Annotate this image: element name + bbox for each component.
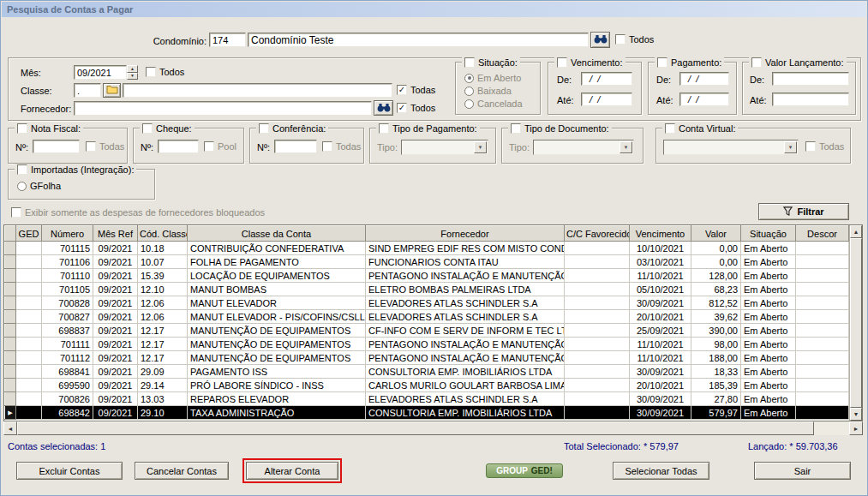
vertical-scroll-thumb[interactable] (850, 238, 862, 408)
grid-cell[interactable]: CONSULTORIA EMP. IMOBILIÁRIOS LTDA (366, 365, 565, 379)
grid-cell[interactable]: PENTAGONO INSTALAÇÃO E MANUTENÇÃO LTDA (366, 351, 565, 365)
grid-cell[interactable]: 701112 (42, 351, 93, 365)
grid-cell[interactable]: 579,97 (691, 406, 741, 420)
grid-cell[interactable]: 29.09 (138, 365, 188, 379)
row-indicator[interactable] (5, 338, 16, 351)
column-header[interactable]: Mês Ref (93, 226, 138, 242)
grid-cell[interactable] (16, 338, 42, 351)
grid-cell[interactable]: 09/2021 (93, 365, 138, 379)
grid-cell[interactable]: 701106 (42, 255, 93, 269)
chevron-down-icon[interactable]: ▼ (784, 141, 797, 153)
grid-cell[interactable]: 20/10/2021 (630, 379, 691, 392)
grid-cell[interactable] (796, 324, 849, 338)
grid-cell[interactable]: Em Aberto (741, 379, 796, 392)
tipo-documento-checkbox[interactable] (511, 123, 521, 134)
grid-cell[interactable]: 39,62 (691, 310, 741, 324)
grid-cell[interactable]: ELEVADORES ATLAS SCHINDLER S.A (366, 310, 565, 324)
cheque-checkbox[interactable] (142, 123, 153, 134)
table-row[interactable]: 69884109/202129.09PAGAMENTO ISSCONSULTOR… (5, 365, 849, 379)
cheque-numero-input[interactable] (158, 140, 199, 153)
pagamento-ate-input[interactable] (679, 93, 729, 106)
vertical-scrollbar[interactable]: ▲ ▼ (849, 225, 862, 421)
grid-cell[interactable]: 188,00 (691, 351, 741, 365)
grid-cell[interactable] (16, 351, 42, 365)
conferencia-todas-checkbox[interactable]: Todas (322, 141, 361, 152)
column-header[interactable]: Fornecedor (366, 226, 565, 242)
grid-cell[interactable]: TAXA ADMINISTRAÇÃO (188, 406, 366, 420)
grid-cell[interactable]: 09/2021 (93, 296, 138, 310)
condominio-search-button[interactable] (590, 32, 610, 48)
grid-cell[interactable]: 700827 (42, 310, 93, 324)
fornecedor-input[interactable] (74, 101, 372, 116)
table-row[interactable]: 70082709/202112.06MANUT ELEVADOR - PIS/C… (5, 310, 849, 324)
row-indicator[interactable] (5, 310, 16, 324)
row-indicator[interactable] (5, 351, 16, 365)
importadas-checkbox[interactable] (17, 164, 27, 175)
grid-cell[interactable]: MANUTENÇÃO DE EQUIPAMENTOS (188, 351, 366, 365)
condominio-name-input[interactable] (248, 33, 589, 47)
valor-ate-input[interactable] (772, 93, 849, 106)
grid-cell[interactable]: Em Aberto (741, 406, 796, 420)
title-bar[interactable]: Pesquisa de Contas a Pagar (2, 2, 866, 17)
filtrar-button[interactable]: Filtrar (758, 203, 849, 220)
nota-fiscal-checkbox[interactable] (17, 123, 27, 134)
grid-cell[interactable]: 09/2021 (93, 406, 138, 420)
grid-cell[interactable]: 09/2021 (93, 324, 138, 338)
excluir-contas-button[interactable]: Excluir Contas (16, 462, 123, 480)
grid-cell[interactable]: 0,00 (691, 255, 741, 269)
table-row[interactable]: 70111209/202112.17MANUTENÇÃO DE EQUIPAME… (5, 351, 849, 365)
grid-cell[interactable]: 700826 (42, 392, 93, 406)
grid-cell[interactable] (16, 255, 42, 269)
grid-cell[interactable] (565, 283, 630, 296)
vencimento-checkbox[interactable] (557, 57, 567, 68)
grid-cell[interactable]: 98,00 (691, 338, 741, 351)
grid-cell[interactable]: 15.39 (138, 269, 188, 283)
conta-virtual-select[interactable]: ▼ (663, 140, 799, 155)
grid-cell[interactable]: 0,00 (691, 242, 741, 255)
grid-cell[interactable]: 10/10/2021 (630, 242, 691, 255)
classe-code-input[interactable] (74, 83, 101, 98)
grid-cell[interactable]: 12.10 (138, 283, 188, 296)
scroll-left-icon[interactable]: ◄ (3, 421, 17, 435)
table-row[interactable]: ▶69884209/202129.10TAXA ADMINISTRAÇÃOCON… (5, 406, 849, 420)
grid-cell[interactable] (796, 338, 849, 351)
column-header[interactable]: Descor (796, 226, 849, 242)
fornecedor-todos-checkbox[interactable]: Todos (397, 103, 435, 113)
horizontal-scrollbar[interactable]: ◄ ► (3, 421, 863, 435)
column-header[interactable]: C/C Favorecido (565, 226, 630, 242)
grid-cell[interactable]: 29.10 (138, 406, 188, 420)
grid-cell[interactable]: 11/10/2021 (630, 351, 691, 365)
spin-up-icon[interactable]: ▲ (127, 65, 138, 73)
row-indicator[interactable] (5, 269, 16, 283)
table-row[interactable]: 70111009/202115.39LOCAÇÃO DE EQUIPAMENTO… (5, 269, 849, 283)
grid-cell[interactable]: CONSULTORIA EMP. IMOBILIÁRIOS LTDA (366, 406, 565, 420)
grid-cell[interactable] (565, 365, 630, 379)
grid-cell[interactable]: 12.17 (138, 338, 188, 351)
grid-cell[interactable] (16, 242, 42, 255)
grid-cell[interactable]: Em Aberto (741, 242, 796, 255)
grid-cell[interactable]: 11/10/2021 (630, 269, 691, 283)
grid-cell[interactable]: 13.03 (138, 392, 188, 406)
column-header[interactable]: Valor (691, 226, 741, 242)
grid-cell[interactable] (16, 296, 42, 310)
classe-todas-checkbox[interactable]: Todas (397, 85, 435, 95)
column-header[interactable]: Situação (741, 226, 796, 242)
grid-cell[interactable]: ELEVADORES ATLAS SCHINDLER S.A (366, 392, 565, 406)
grid-cell[interactable]: 29.14 (138, 379, 188, 392)
chevron-down-icon[interactable]: ▼ (620, 141, 632, 153)
tipo-documento-select[interactable]: ▼ (533, 140, 634, 155)
grid-cell[interactable]: 11/10/2021 (630, 338, 691, 351)
grid-cell[interactable]: Em Aberto (741, 296, 796, 310)
grid-cell[interactable]: 09/2021 (93, 338, 138, 351)
grid-cell[interactable]: CONTRIBUIÇÃO CONFEDERATIVA (188, 242, 366, 255)
grid-cell[interactable]: 09/2021 (93, 379, 138, 392)
grid-cell[interactable]: Em Aberto (741, 324, 796, 338)
sair-button[interactable]: Sair (754, 462, 851, 480)
table-row[interactable]: 70082609/202113.03REPAROS ELEVADORELEVAD… (5, 392, 849, 406)
row-indicator[interactable] (5, 392, 16, 406)
grid-cell[interactable] (565, 406, 630, 420)
grid-cell[interactable]: 10.18 (138, 242, 188, 255)
grid-cell[interactable] (16, 310, 42, 324)
grid-cell[interactable]: 09/2021 (93, 283, 138, 296)
grid-cell[interactable] (565, 269, 630, 283)
